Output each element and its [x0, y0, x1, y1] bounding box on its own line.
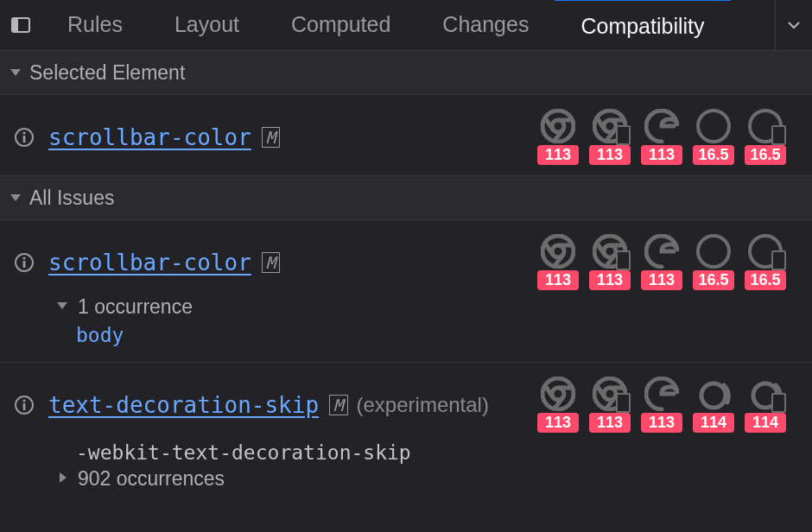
- chrome-mobile-icon: [593, 234, 627, 269]
- tab-layout[interactable]: Layout: [149, 0, 265, 49]
- version-badge: 114: [745, 413, 786, 433]
- browser-firefox-mobile[interactable]: 114: [743, 377, 788, 433]
- panel-tabs: Rules Layout Computed Changes Compatibil…: [41, 0, 775, 51]
- browser-support: 11311311316.516.5: [536, 109, 798, 165]
- experimental-tag: (experimental): [357, 393, 489, 417]
- tab-rules[interactable]: Rules: [41, 0, 149, 49]
- mdn-badge[interactable]: M: [262, 252, 280, 273]
- firefox-mobile-icon: [748, 377, 783, 411]
- chrome-mobile-icon: [593, 109, 627, 143]
- browser-safari[interactable]: 16.5: [691, 234, 736, 290]
- version-badge: 114: [693, 413, 734, 433]
- dock-toggle[interactable]: [0, 0, 41, 50]
- info-icon[interactable]: [14, 127, 35, 148]
- browser-edge[interactable]: 113: [639, 234, 684, 290]
- twisty-down-icon: [9, 191, 22, 205]
- safari-icon: [696, 109, 731, 143]
- browser-safari-mobile[interactable]: 16.5: [743, 234, 788, 290]
- version-badge: 16.5: [745, 145, 786, 165]
- mdn-badge[interactable]: M: [262, 127, 280, 148]
- section-all-issues[interactable]: All Issues: [0, 176, 812, 220]
- tab-computed[interactable]: Computed: [265, 0, 416, 49]
- version-badge: 113: [641, 145, 682, 165]
- twisty-right-icon: [55, 471, 69, 488]
- version-badge: 113: [537, 270, 579, 290]
- browser-edge[interactable]: 113: [639, 109, 684, 165]
- occurrences-toggle[interactable]: 902 occurrences: [55, 467, 798, 491]
- occurrence-count: 902 occurrences: [78, 467, 225, 491]
- browser-chrome[interactable]: 113: [536, 377, 580, 433]
- issue-row: scrollbar-color M 11311311316.516.5 1 oc…: [0, 220, 812, 363]
- safari-mobile-icon: [748, 109, 783, 143]
- chrome-icon: [541, 377, 575, 411]
- mobile-indicator-icon: [616, 250, 631, 270]
- browser-firefox[interactable]: 114: [691, 377, 736, 433]
- version-badge: 16.5: [693, 270, 734, 290]
- issue-row: scrollbar-color M 11311311316.516.5: [0, 95, 812, 176]
- css-property-link[interactable]: scrollbar-color: [48, 250, 251, 276]
- browser-chrome-mobile[interactable]: 113: [587, 109, 632, 165]
- section-title: All Issues: [29, 187, 114, 210]
- version-badge: 113: [641, 413, 682, 433]
- twisty-down-icon: [9, 66, 22, 79]
- firefox-icon: [696, 377, 731, 411]
- mobile-indicator-icon: [771, 393, 786, 413]
- section-selected-element[interactable]: Selected Element: [0, 51, 812, 95]
- version-badge: 113: [589, 270, 631, 290]
- browser-support: 113113113114114: [536, 377, 798, 433]
- safari-icon: [696, 234, 731, 269]
- chrome-icon: [541, 109, 575, 143]
- mdn-badge[interactable]: M: [329, 395, 347, 415]
- edge-icon: [644, 234, 679, 269]
- safari-mobile-icon: [748, 234, 783, 269]
- browser-chrome[interactable]: 113: [536, 234, 580, 290]
- twisty-down-icon: [55, 299, 69, 316]
- version-badge: 113: [537, 145, 579, 165]
- issue-row: text-decoration-skip M (experimental) 11…: [0, 363, 812, 504]
- section-title: Selected Element: [29, 61, 185, 85]
- css-property-link[interactable]: text-decoration-skip: [48, 392, 319, 418]
- tab-compatibility[interactable]: Compatibility: [555, 0, 730, 51]
- browser-safari[interactable]: 16.5: [691, 109, 736, 165]
- mobile-indicator-icon: [616, 393, 631, 413]
- edge-icon: [644, 109, 679, 143]
- occurrences-toggle[interactable]: 1 occurrence: [55, 295, 798, 319]
- browser-edge[interactable]: 113: [639, 377, 684, 433]
- css-property-link[interactable]: scrollbar-color: [48, 124, 251, 150]
- version-badge: 113: [537, 413, 579, 433]
- version-badge: 16.5: [693, 145, 734, 165]
- mobile-indicator-icon: [771, 125, 786, 145]
- mobile-indicator-icon: [771, 250, 786, 270]
- info-icon[interactable]: [14, 395, 35, 415]
- occurrence-count: 1 occurrence: [78, 295, 193, 319]
- version-badge: 16.5: [745, 270, 786, 290]
- browser-chrome[interactable]: 113: [536, 109, 580, 165]
- tab-overflow[interactable]: [775, 0, 812, 50]
- css-selector[interactable]: body: [55, 319, 798, 348]
- mobile-indicator-icon: [616, 125, 631, 145]
- chrome-mobile-icon: [593, 377, 627, 411]
- version-badge: 113: [589, 413, 631, 433]
- browser-support: 11311311316.516.5: [536, 234, 798, 290]
- version-badge: 113: [589, 145, 631, 165]
- property-alias: -webkit-text-decoration-skip: [55, 438, 798, 467]
- browser-safari-mobile[interactable]: 16.5: [743, 109, 788, 165]
- chrome-icon: [541, 234, 575, 269]
- tab-changes[interactable]: Changes: [416, 0, 555, 49]
- edge-icon: [644, 377, 679, 411]
- info-icon[interactable]: [14, 252, 35, 273]
- version-badge: 113: [641, 270, 682, 290]
- browser-chrome-mobile[interactable]: 113: [587, 377, 632, 433]
- browser-chrome-mobile[interactable]: 113: [587, 234, 632, 290]
